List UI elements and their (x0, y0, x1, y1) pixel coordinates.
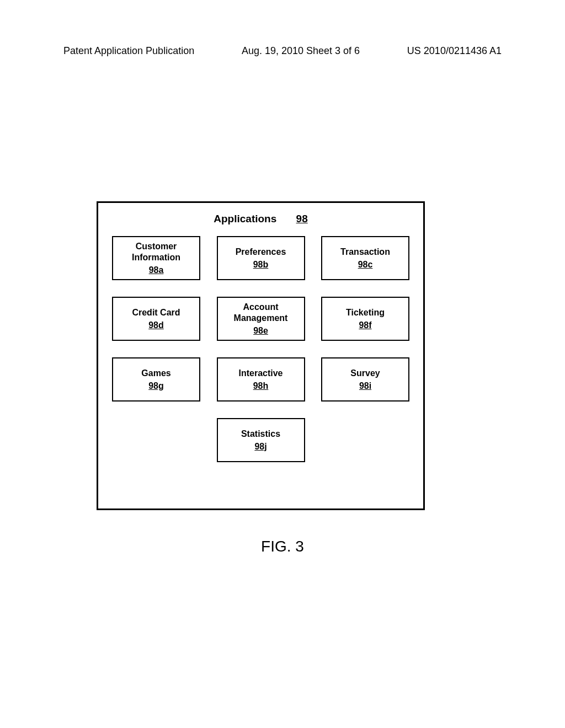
box-ref: 98f (359, 320, 371, 331)
container-title-row: Applications 98 (112, 213, 409, 225)
box-statistics: Statistics 98j (217, 418, 305, 462)
grid-row-2: Credit Card 98d Account Management 98e T… (112, 297, 409, 341)
box-label: Customer Information (113, 241, 199, 263)
grid-row-4: Statistics 98j (112, 418, 409, 462)
grid-row-1: Customer Information 98a Preferences 98b… (112, 236, 409, 280)
application-grid: Customer Information 98a Preferences 98b… (112, 236, 409, 462)
box-games: Games 98g (112, 357, 200, 402)
container-ref: 98 (296, 213, 308, 225)
box-label: Statistics (241, 429, 280, 440)
page-header: Patent Application Publication Aug. 19, … (0, 45, 565, 57)
box-label: Games (141, 368, 170, 379)
box-ref: 98d (148, 320, 164, 331)
box-ref: 98i (359, 381, 371, 392)
box-ref: 98g (148, 381, 164, 392)
box-ref: 98a (149, 265, 164, 276)
box-transaction: Transaction 98c (321, 236, 409, 280)
header-patent-number: US 2010/0211436 A1 (407, 45, 502, 57)
box-label: Credit Card (132, 307, 180, 318)
box-interactive: Interactive 98h (217, 357, 305, 402)
box-ref: 98j (254, 441, 266, 452)
box-ref: 98e (253, 325, 268, 336)
box-account-management: Account Management 98e (217, 297, 305, 341)
box-credit-card: Credit Card 98d (112, 297, 200, 341)
grid-row-3: Games 98g Interactive 98h Survey 98i (112, 357, 409, 402)
box-ticketing: Ticketing 98f (321, 297, 409, 341)
box-label: Survey (350, 368, 380, 379)
box-ref: 98c (358, 259, 373, 270)
header-date-sheet: Aug. 19, 2010 Sheet 3 of 6 (242, 45, 360, 57)
box-label: Interactive (238, 368, 282, 379)
container-title: Applications (214, 213, 276, 225)
applications-container: Applications 98 Customer Information 98a… (97, 201, 425, 510)
box-customer-information: Customer Information 98a (112, 236, 200, 280)
box-ref: 98b (253, 259, 269, 270)
box-label: Account Management (218, 302, 304, 324)
box-preferences: Preferences 98b (217, 236, 305, 280)
box-label: Ticketing (346, 307, 385, 318)
box-ref: 98h (253, 381, 269, 392)
box-label: Preferences (236, 247, 286, 258)
box-label: Transaction (340, 247, 390, 258)
header-publication: Patent Application Publication (63, 45, 194, 57)
box-survey: Survey 98i (321, 357, 409, 402)
figure-caption: FIG. 3 (0, 538, 565, 555)
